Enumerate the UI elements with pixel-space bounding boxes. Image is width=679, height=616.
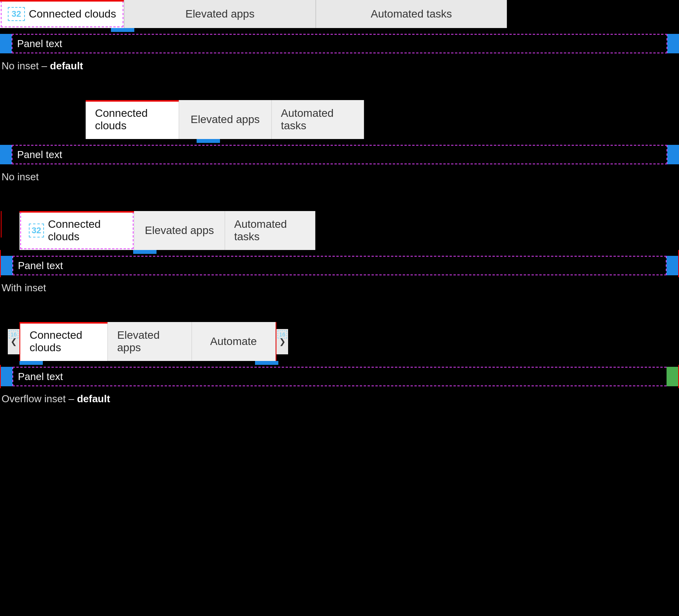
indicator-row-3 bbox=[0, 250, 679, 254]
indicator-row-2 bbox=[0, 139, 679, 143]
tab-elevated-apps-1[interactable]: Elevated apps bbox=[124, 0, 316, 28]
panel-right-block-2 bbox=[667, 145, 679, 164]
tab-label: Elevated apps bbox=[117, 329, 182, 354]
tab-elevated-apps-3[interactable]: Elevated apps bbox=[134, 211, 225, 250]
tab-automated-tasks-3[interactable]: Automated tasks bbox=[225, 211, 316, 250]
tab-elevated-apps-2[interactable]: Elevated apps bbox=[179, 100, 272, 139]
overflow-right-button[interactable]: ❯ 16 bbox=[276, 329, 288, 354]
panel-text-area-1: Panel text bbox=[12, 34, 667, 53]
scroll-indicator-4-left bbox=[19, 361, 43, 365]
panel-right-block-4-green bbox=[667, 367, 678, 386]
tab-label: Elevated apps bbox=[145, 224, 214, 237]
panel-left-block-4 bbox=[1, 367, 12, 386]
tab-label: Elevated apps bbox=[185, 8, 254, 20]
tab-label: Automate bbox=[210, 335, 257, 348]
tab-label: Connected clouds bbox=[29, 8, 116, 20]
panel-row-4: Panel text bbox=[0, 365, 679, 388]
tab-connected-clouds-1[interactable]: 32 Connected clouds bbox=[0, 0, 124, 28]
panel-text-1: Panel text bbox=[17, 38, 62, 50]
panel-text-area-3: Panel text bbox=[12, 256, 667, 275]
panel-row-1: Panel text bbox=[0, 32, 679, 55]
panel-text-area-2: Panel text bbox=[12, 145, 667, 164]
chevron-right-icon: ❯ bbox=[279, 337, 286, 346]
panel-left-block-1 bbox=[0, 34, 12, 53]
section-4: ❮ 16 Connected clouds Elevated apps Auto… bbox=[0, 306, 679, 417]
tab-label: Automated tasks bbox=[281, 107, 355, 132]
tab-automated-tasks-2[interactable]: Automated tasks bbox=[272, 100, 364, 139]
tab-connected-clouds-2[interactable]: Connected clouds bbox=[86, 100, 179, 139]
scroll-indicator-2 bbox=[197, 139, 220, 143]
panel-text-4: Panel text bbox=[18, 371, 63, 383]
panel-right-block-1 bbox=[667, 34, 679, 53]
overflow-left-button[interactable]: ❮ 16 bbox=[8, 329, 19, 354]
section-2: Connected clouds Elevated apps Automated… bbox=[0, 84, 679, 195]
panel-right-block-3 bbox=[667, 256, 678, 275]
chevron-left-icon: ❮ bbox=[11, 337, 17, 346]
indicator-row-4 bbox=[0, 361, 679, 365]
tab-label: Connected clouds bbox=[30, 329, 98, 354]
tab-label: Connected clouds bbox=[95, 107, 169, 132]
panel-left-block-2 bbox=[0, 145, 12, 164]
section-label-2: No inset bbox=[0, 166, 679, 195]
badge-32: 32 bbox=[8, 7, 25, 21]
tab-connected-clouds-4[interactable]: Connected clouds bbox=[20, 322, 108, 361]
tab-label: Elevated apps bbox=[191, 113, 260, 126]
section-label-4: Overflow inset – default bbox=[0, 388, 679, 417]
section-1: 32 Connected clouds Elevated apps Automa… bbox=[0, 0, 679, 84]
scroll-indicator-4-right bbox=[255, 361, 278, 365]
tab-label: Automated tasks bbox=[234, 218, 306, 243]
scroll-indicator-3 bbox=[133, 250, 157, 254]
tab-connected-clouds-3[interactable]: 32 Connected clouds bbox=[19, 211, 134, 250]
overflow-right-count: 16 bbox=[278, 331, 287, 338]
tab-label: Automated tasks bbox=[371, 8, 452, 20]
panel-left-block-3 bbox=[1, 256, 12, 275]
section-label-1: No inset – default bbox=[0, 55, 679, 84]
section-label-3: With inset bbox=[0, 277, 679, 306]
scroll-indicator-1 bbox=[111, 28, 134, 32]
tab-elevated-apps-4[interactable]: Elevated apps bbox=[108, 322, 192, 361]
tab-automated-tasks-4[interactable]: Automate bbox=[192, 322, 276, 361]
panel-row-3: Panel text bbox=[0, 254, 679, 277]
panel-text-3: Panel text bbox=[18, 260, 63, 272]
indicator-row-1 bbox=[0, 28, 679, 32]
panel-row-2: Panel text bbox=[0, 143, 679, 166]
panel-text-2: Panel text bbox=[17, 149, 62, 161]
tab-label: Connected clouds bbox=[48, 218, 125, 243]
panel-text-area-4: Panel text bbox=[12, 367, 667, 386]
badge-32-3: 32 bbox=[29, 224, 44, 238]
section-3: 32 Connected clouds Elevated apps Automa… bbox=[0, 195, 679, 306]
tab-automated-tasks-1[interactable]: Automated tasks bbox=[316, 0, 507, 28]
overflow-left-count: 16 bbox=[9, 331, 18, 338]
